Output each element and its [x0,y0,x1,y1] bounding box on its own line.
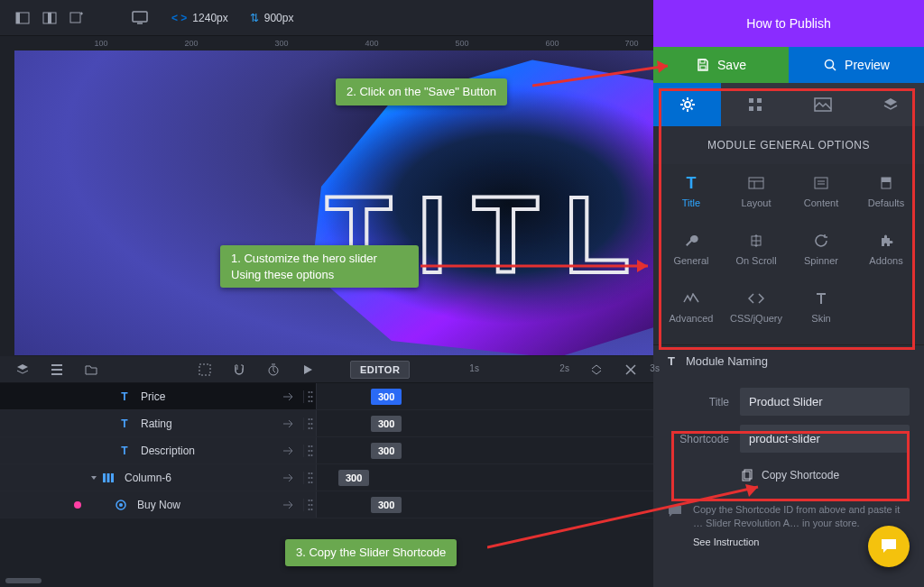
callout-1: 1. Customize the hero slider Using these… [220,245,419,288]
svg-point-29 [310,391,312,393]
scrollbar-thumb[interactable] [5,578,42,583]
svg-point-12 [826,60,834,69]
arrow-right-icon[interactable] [273,419,303,428]
module-title-input[interactable] [740,388,910,416]
slide-canvas[interactable]: TITL [14,50,653,355]
canvas-dimensions[interactable]: < >1240px ⇅900px [171,12,293,24]
wrench-icon [682,232,700,250]
timeline-track[interactable]: 300 [316,491,653,518]
editor-pill[interactable]: EDITOR [350,361,410,379]
preview-button[interactable]: Preview [789,47,924,83]
panel-left-icon[interactable] [9,5,36,32]
keyframe-chip[interactable]: 300 [371,416,402,432]
opt-skin[interactable]: Skin [790,280,852,334]
module-options-grid: TTitle Layout Content Defaults General O… [653,164,924,344]
arrow-right-icon[interactable] [273,500,303,509]
timeline-track[interactable]: 300 [316,383,653,409]
drag-handle[interactable] [303,472,316,484]
opt-onscroll[interactable]: On Scroll [725,222,787,276]
svg-point-45 [310,454,312,456]
chat-fab[interactable] [868,526,910,567]
skin-icon [812,289,830,307]
text-icon: T [117,390,132,403]
layer-name: Rating [141,417,273,430]
grid-icon[interactable] [191,356,218,383]
opt-layout[interactable]: Layout [725,164,787,218]
drag-handle[interactable] [303,417,316,430]
close-icon[interactable] [617,356,644,383]
arrow-right-icon[interactable] [273,392,303,401]
keyframe-chip[interactable]: 300 [371,443,402,459]
keyframe-chip[interactable]: 300 [371,389,402,405]
drag-handle[interactable] [303,499,316,511]
keyframe-chip[interactable]: 300 [371,497,402,513]
svg-rect-5 [133,12,147,22]
layer-name: Column-6 [125,472,273,484]
radio-icon [114,500,128,510]
svg-point-13 [685,102,690,107]
module-general-options-title: MODULE GENERAL OPTIONS [653,126,924,164]
timeline-row[interactable]: TRating300 [0,410,653,437]
module-shortcode-input[interactable] [740,425,910,453]
panel-center-icon[interactable] [36,5,63,32]
arrow-right-icon[interactable] [273,446,303,455]
arrow-right-icon[interactable] [273,473,303,482]
layer-name: Description [141,445,273,457]
svg-rect-20 [815,178,827,188]
opt-general[interactable]: General [661,222,722,276]
opt-spinner[interactable]: Spinner [790,222,852,276]
svg-point-56 [119,503,123,507]
timeline-row[interactable]: Column-6300 [0,464,653,491]
expand-icon[interactable] [583,356,610,383]
folder-icon[interactable] [78,356,105,383]
stopwatch-icon[interactable] [260,356,287,383]
opt-title[interactable]: TTitle [661,164,722,218]
tab-image[interactable] [789,83,856,126]
opt-advanced[interactable]: Advanced [661,280,722,334]
svg-point-57 [308,500,310,501]
drag-handle[interactable] [303,445,316,457]
svg-point-32 [308,400,310,402]
play-icon[interactable] [294,356,321,383]
keyframe-chip[interactable]: 300 [338,470,369,486]
svg-rect-4 [70,13,80,23]
timeline-row[interactable]: TPrice300 [0,383,653,410]
copy-shortcode-button[interactable]: Copy Shortcode [742,462,839,489]
drag-handle[interactable] [303,390,316,403]
opt-content[interactable]: Content [790,164,852,218]
expand-toggle[interactable] [87,473,101,482]
save-button[interactable]: Save [653,47,789,83]
tab-layers[interactable] [856,83,924,126]
timeline-row[interactable]: Buy Now300 [0,491,653,518]
see-instruction-link[interactable]: See Instruction [693,537,759,547]
timeline-track[interactable]: 300 [316,464,653,491]
opt-cssjquery[interactable]: CSS/jQuery [725,280,787,334]
timeline-row[interactable]: TDescription300 [0,437,653,464]
tab-move[interactable] [721,83,789,126]
magnet-icon[interactable] [226,356,253,383]
module-title-field: Title [668,388,910,416]
layers-small-icon[interactable] [9,356,36,383]
search-icon [823,58,837,72]
svg-point-60 [310,504,312,506]
svg-point-58 [310,500,312,501]
layers-icon [882,96,899,113]
spinner-icon [812,232,830,250]
opt-defaults[interactable]: Defaults [855,164,917,218]
how-to-publish-banner[interactable]: How to Publish [653,0,924,47]
shortcode-help-text: Copy the Shortcode ID from above and pas… [693,503,910,531]
svg-rect-47 [107,473,110,482]
svg-point-44 [308,454,310,456]
move-icon [747,96,763,113]
opt-addons[interactable]: Addons [855,222,917,276]
svg-rect-22 [882,178,891,182]
save-preview-bar: Save Preview [653,47,924,83]
svg-point-35 [310,418,312,420]
timeline-track[interactable]: 300 [316,437,653,463]
desktop-icon[interactable] [126,5,153,32]
timeline-track[interactable]: 300 [316,410,653,436]
tab-gear[interactable] [653,83,721,126]
code-icon [747,289,765,307]
panel-add-icon[interactable] [63,5,90,32]
list-icon[interactable] [43,356,70,383]
